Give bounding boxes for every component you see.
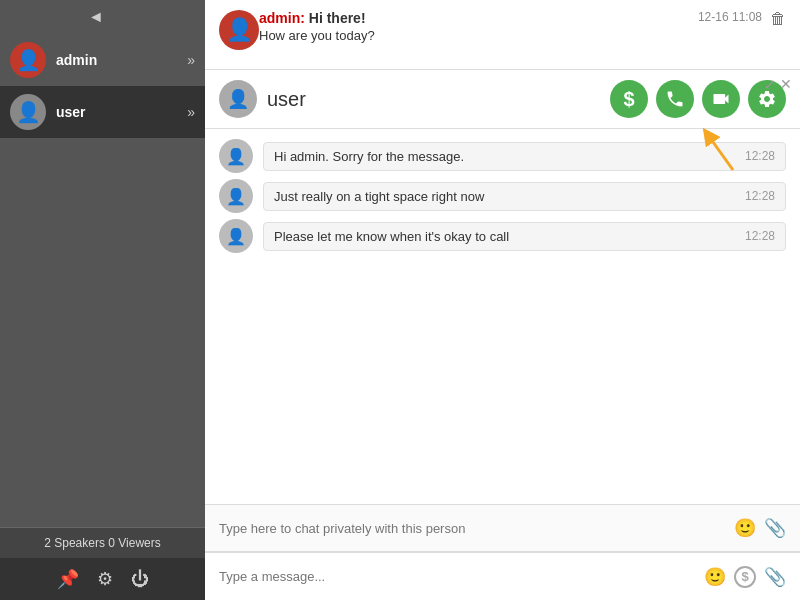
- sidebar-header: ◄: [0, 0, 205, 34]
- message-row: 👤 Please let me know when it's okay to c…: [219, 219, 786, 253]
- message-time-3: 12:28: [745, 229, 775, 243]
- top-message-meta: 12-16 11:08 🗑: [698, 10, 786, 28]
- messages-area: 👤 Hi admin. Sorry for the message. 12:28…: [205, 129, 800, 504]
- message-avatar-3: 👤: [219, 219, 253, 253]
- message-text-2: Just really on a tight space right now: [274, 189, 484, 204]
- chat-avatar-icon: 👤: [227, 88, 249, 110]
- corner-icons: ⤢ ✕: [764, 76, 792, 92]
- admin-avatar-icon: 👤: [16, 48, 41, 72]
- user-avatar: 👤: [10, 94, 46, 130]
- top-admin-avatar-icon: 👤: [226, 17, 253, 43]
- private-input-icons: 🙂 📎: [734, 517, 786, 539]
- private-chat-input-area: 🙂 📎: [205, 504, 800, 552]
- sidebar-stats: 2 Speakers 0 Viewers: [0, 528, 205, 558]
- sidebar-bottom: 2 Speakers 0 Viewers 📌 ⚙ ⏻: [0, 527, 205, 600]
- top-message-bar: 👤 admin: Hi there! How are you today? 12…: [205, 0, 800, 70]
- message-avatar-1: 👤: [219, 139, 253, 173]
- user-avatar-icon: 👤: [16, 100, 41, 124]
- main-chat-input-area: 🙂 $ 📎: [205, 552, 800, 600]
- power-icon[interactable]: ⏻: [131, 569, 149, 590]
- main-chat-input[interactable]: [219, 569, 704, 584]
- message-time-2: 12:28: [745, 189, 775, 203]
- sender-name: admin:: [259, 10, 305, 26]
- delete-message-button[interactable]: 🗑: [770, 10, 786, 28]
- msg-avatar-icon-2: 👤: [226, 187, 246, 206]
- message-bubble-3: Please let me know when it's okay to cal…: [263, 222, 786, 251]
- sidebar: ◄ 👤 admin » 👤 user » 2 Speakers 0 Viewer…: [0, 0, 205, 600]
- sidebar-user-label: user: [56, 104, 187, 120]
- emoji-icon-main[interactable]: 🙂: [704, 566, 726, 588]
- dollar-icon-main[interactable]: $: [734, 566, 756, 588]
- message-row: 👤 Just really on a tight space right now…: [219, 179, 786, 213]
- message-bubble-2: Just really on a tight space right now 1…: [263, 182, 786, 211]
- attachment-icon-main[interactable]: 📎: [764, 566, 786, 588]
- message-text-1: Hi admin. Sorry for the message.: [274, 149, 464, 164]
- top-message-content: admin: Hi there! How are you today?: [259, 10, 698, 43]
- message-text-3: Please let me know when it's okay to cal…: [274, 229, 509, 244]
- video-button[interactable]: [702, 80, 740, 118]
- message-bubble-1: Hi admin. Sorry for the message. 12:28: [263, 142, 786, 171]
- expand-icon[interactable]: ⤢: [764, 76, 776, 92]
- settings-icon[interactable]: ⚙: [97, 568, 113, 590]
- collapse-arrow-icon[interactable]: ◄: [88, 8, 104, 26]
- emoji-icon[interactable]: 🙂: [734, 517, 756, 539]
- chat-action-buttons: $: [610, 80, 786, 118]
- chat-username: user: [267, 88, 306, 111]
- user-chevron-icon: »: [187, 104, 195, 120]
- sidebar-item-user[interactable]: 👤 user »: [0, 86, 205, 138]
- top-message-line2: How are you today?: [259, 28, 698, 43]
- phone-button[interactable]: [656, 80, 694, 118]
- main-panel: 👤 admin: Hi there! How are you today? 12…: [205, 0, 800, 600]
- admin-avatar: 👤: [10, 42, 46, 78]
- message-time-1: 12:28: [745, 149, 775, 163]
- top-message-text1: Hi there!: [309, 10, 366, 26]
- close-icon[interactable]: ✕: [780, 76, 792, 92]
- sidebar-admin-label: admin: [56, 52, 187, 68]
- chat-user-avatar: 👤: [219, 80, 257, 118]
- sidebar-item-admin[interactable]: 👤 admin »: [0, 34, 205, 86]
- chat-header: 👤 user $: [205, 70, 800, 129]
- msg-avatar-icon-1: 👤: [226, 147, 246, 166]
- message-row: 👤 Hi admin. Sorry for the message. 12:28: [219, 139, 786, 173]
- top-message-timestamp: 12-16 11:08: [698, 10, 762, 24]
- top-admin-avatar: 👤: [219, 10, 259, 50]
- msg-avatar-icon-3: 👤: [226, 227, 246, 246]
- attachment-icon[interactable]: 📎: [764, 517, 786, 539]
- admin-chevron-icon: »: [187, 52, 195, 68]
- private-chat-input[interactable]: [219, 521, 734, 536]
- pin-icon[interactable]: 📌: [57, 568, 79, 590]
- dollar-button[interactable]: $: [610, 80, 648, 118]
- top-message-sender: admin: Hi there!: [259, 10, 698, 26]
- message-avatar-2: 👤: [219, 179, 253, 213]
- sidebar-controls: 📌 ⚙ ⏻: [0, 558, 205, 600]
- main-input-icons: 🙂 $ 📎: [704, 566, 786, 588]
